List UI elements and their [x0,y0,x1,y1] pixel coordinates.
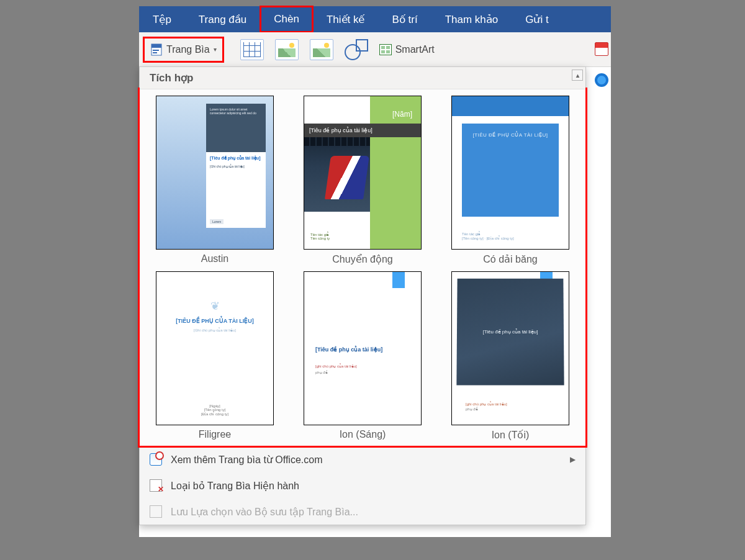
tab-file[interactable]: Tệp [139,6,185,32]
cover-thumb-filigree: ❦ [TIÊU ĐỀ PHỤ CỦA TÀI LIỆU] [Ghi chú ph… [156,271,274,425]
cover-gallery: Lorem ipsum dolor sit amet consectetur a… [140,89,585,446]
cover-thumb-motion: [Năm] [Tiêu đề phụ của tài liệu] Tên tác… [304,96,422,250]
tab-insert[interactable]: Chèn [260,6,313,32]
cover-label: Có dải băng [483,253,537,265]
tab-mail[interactable]: Gửi t [512,6,562,32]
cover-label: Ion (Sáng) [340,429,386,440]
cover-option-motion[interactable]: [Năm] [Tiêu đề phụ của tài liệu] Tên tác… [296,96,429,265]
cover-thumb-ion-light: [Tiêu đề phụ của tài liệu] [ghi chú phụ … [304,271,422,425]
svg-rect-1 [151,44,161,48]
shapes-icon[interactable] [345,39,368,60]
svg-rect-2 [153,50,159,51]
menu-more-from-office[interactable]: Xem thêm Trang bìa từ Office.com ▶ [140,446,585,472]
svg-rect-3 [153,52,157,53]
tab-design[interactable]: Thiết kế [313,6,379,32]
smartart-label: SmartArt [395,44,435,55]
page-remove-icon [150,479,162,492]
menu-remove-cover[interactable]: Loại bỏ Trang Bìa Hiện hành [140,472,585,499]
globe-refresh-icon [150,453,162,466]
menu-save-selection: Lưu Lựa chọn vào Bộ sưu tập Trang Bìa... [140,499,585,525]
chevron-right-icon: ▶ [570,455,576,464]
cover-page-label: Trang Bìa [166,44,210,55]
table-icon[interactable] [240,39,264,60]
dropdown-section-header: Tích hợp ▴ [140,67,585,89]
cover-page-button[interactable]: Trang Bìa ▾ [145,39,222,60]
chevron-down-icon: ▾ [214,46,217,53]
cover-label: Ion (Tối) [492,429,530,441]
cover-thumb-ion-dark: [Tiêu đề phụ của tài liệu] [ghi chú phụ … [451,271,569,425]
store-icon[interactable] [595,42,608,56]
toolbar-icon-group [233,39,368,60]
cover-option-filigree[interactable]: ❦ [TIÊU ĐỀ PHỤ CỦA TÀI LIỆU] [Ghi chú ph… [148,271,281,441]
right-side-icons [595,42,611,87]
page-save-icon [150,505,162,518]
ribbon-tabs: Tệp Trang đầu Chèn Thiết kế Bố trí Tham … [139,6,611,32]
cover-option-austin[interactable]: Lorem ipsum dolor sit amet consectetur a… [148,96,281,265]
dropdown-menu: Xem thêm Trang bìa từ Office.com ▶ Loại … [140,446,585,525]
tab-home[interactable]: Trang đầu [185,6,260,32]
cover-page-icon [150,43,163,56]
app-window: Tệp Trang đầu Chèn Thiết kế Bố trí Tham … [139,6,611,537]
tab-layout[interactable]: Bố trí [378,6,431,32]
cover-thumb-austin: Lorem ipsum dolor sit amet consectetur a… [156,96,274,250]
smartart-button[interactable]: SmartArt [379,44,435,55]
cover-option-ion-light[interactable]: [Tiêu đề phụ của tài liệu] [ghi chú phụ … [296,271,429,441]
cover-label: Filigree [199,429,231,440]
cover-label: Chuyển động [332,253,392,265]
people-icon[interactable] [595,73,608,87]
smartart-icon [379,44,392,55]
cover-thumb-banded: [TIÊU ĐỀ PHỤ CỦA TÀI LIỆU] Tên tác giả[T… [451,96,569,250]
pictures-icon[interactable] [275,39,299,60]
cover-label: Austin [201,253,228,264]
cover-option-banded[interactable]: [TIÊU ĐỀ PHỤ CỦA TÀI LIỆU] Tên tác giả[T… [444,96,577,265]
cover-page-dropdown: Tích hợp ▴ Lorem ipsum dolor sit amet co… [139,66,586,525]
ruler-fragment [606,118,611,143]
tab-references[interactable]: Tham khảo [431,6,512,32]
cover-option-ion-dark[interactable]: [Tiêu đề phụ của tài liệu] [ghi chú phụ … [444,271,577,441]
ribbon-toolbar: Trang Bìa ▾ SmartArt [139,32,611,67]
online-pictures-icon[interactable] [310,39,333,60]
scroll-up-button[interactable]: ▴ [572,70,583,81]
